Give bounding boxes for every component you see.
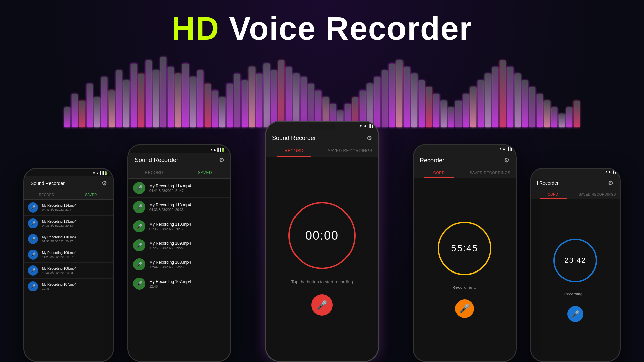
phone-right1-status-icons: ▼▲ ▐▐ <box>605 170 616 173</box>
recording-icon: 🎤 <box>28 250 38 260</box>
recording-item[interactable]: 🎤My Recording 109.mp411:25 3/28/2022, 19… <box>24 247 113 263</box>
recording-name: My Recording 110.mp4 <box>42 235 110 239</box>
phone-right2-header: Recorder ⚙ <box>414 153 516 167</box>
phone-center-record-main: 00:00 Tap the button to start recording … <box>266 157 378 361</box>
phone-right1-tab-record[interactable]: CORD <box>531 190 575 199</box>
recording-name: My Recording 109.mp4 <box>42 251 110 255</box>
r1-mic-icon: 🎤 <box>571 310 580 318</box>
battery-icon: ▐▐ <box>368 124 373 128</box>
phone-left1-title: Sound Recorder <box>31 181 65 186</box>
recording-item[interactable]: 🎤My Recording 114.mp404:41 3/28/2022, 21… <box>24 200 113 216</box>
eq-bar <box>72 94 78 127</box>
phone-left1: ▼▲▐▐🔋 Sound Recorder ⚙ RECORD SAVED 🎤My … <box>23 168 114 362</box>
wifi-icon: ▲ <box>364 124 367 128</box>
recording-item[interactable]: 🎤My Recording 107.mp412:46 <box>128 274 230 293</box>
phone-center: ▼ ▲ ▐▐ Sound Recorder ⚙ RECORD SAVED REC… <box>265 121 379 362</box>
phone-left1-gear-icon[interactable]: ⚙ <box>102 180 107 187</box>
phone-right1: ▼▲ ▐▐ l Recorder ⚙ CORD SAVED RECORDINGS… <box>530 168 621 362</box>
phone-left2-tab-record[interactable]: RECORD <box>128 167 179 178</box>
recording-info: My Recording 109.mp411:25 3/28/2022, 19:… <box>149 241 226 250</box>
phone-left1-tab-saved[interactable]: SAVED <box>69 190 113 199</box>
eq-bar <box>64 107 70 127</box>
phone-center-mic-button[interactable]: 🎤 <box>311 294 333 316</box>
phone-right2-mic-button[interactable]: 🎤 <box>455 299 474 318</box>
phone-right1-gear-icon[interactable]: ⚙ <box>608 179 613 187</box>
recording-icon: 🎤 <box>28 281 38 291</box>
recording-icon: 🎤 <box>28 218 38 228</box>
recording-icon: 🎤 <box>133 201 145 213</box>
phone-left1-header: Sound Recorder ⚙ <box>24 176 113 190</box>
phone-right2-screen: ▼▲ ▐▐ Recorder ⚙ CORD SAVED RECORDINGS 5… <box>414 145 516 361</box>
phone-left2-tabs: RECORD SAVED <box>128 167 230 179</box>
phone-left1-recording-list: 🎤My Recording 114.mp404:41 3/28/2022, 21… <box>24 200 113 361</box>
phones-container: ▼▲▐▐🔋 Sound Recorder ⚙ RECORD SAVED 🎤My … <box>87 77 557 362</box>
recording-info: My Recording 114.mp404:41 3/28/2022, 21:… <box>149 184 226 193</box>
recording-item[interactable]: 🎤My Recording 113.mp404:33 3/28/2022, 20… <box>24 216 113 231</box>
phone-right2: ▼▲ ▐▐ Recorder ⚙ CORD SAVED RECORDINGS 5… <box>413 144 517 362</box>
phone-left2-status-bar: ▼▲▐▐🔋 <box>128 145 230 153</box>
phone-right2-status-area: ▼▲ ▐▐ <box>414 145 516 153</box>
recording-item[interactable]: 🎤My Recording 114.mp404:41 3/28/2022, 21… <box>128 179 230 198</box>
phone-left2-title: Sound Recorder <box>135 157 178 164</box>
phone-right2-tab-record[interactable]: CORD <box>414 167 465 178</box>
recording-item[interactable]: 🎤My Recording 107.mp412:46 <box>24 279 113 294</box>
recording-info: My Recording 109.mp411:25 3/28/2022, 19:… <box>42 251 110 259</box>
phone-left2-recording-list: 🎤My Recording 114.mp404:41 3/28/2022, 21… <box>128 179 230 361</box>
phone-left1-tab-record[interactable]: RECORD <box>24 190 69 199</box>
r1-battery-icon: ▐▐ <box>612 170 616 173</box>
title-rest: Voice Recorder <box>219 10 472 46</box>
phone-right1-timer: 23:42 <box>564 256 586 265</box>
phone-left2-tab-saved[interactable]: SAVED <box>179 167 230 178</box>
recording-icon: 🎤 <box>133 258 145 270</box>
phone-right2-gear-icon[interactable]: ⚙ <box>504 157 509 164</box>
recording-item[interactable]: 🎤My Recording 110.mp401:35 3/28/2022, 20… <box>24 231 113 247</box>
status-icons: ▼▲▐▐🔋 <box>92 171 108 175</box>
eq-bar <box>559 114 565 127</box>
recording-name: My Recording 109.mp4 <box>149 241 226 246</box>
phone-center-tab-saved[interactable]: SAVED RECORDINGS <box>322 145 378 157</box>
recording-item[interactable]: 🎤My Recording 110.mp401:35 3/28/2022, 20… <box>128 217 230 236</box>
phone-center-tab-record[interactable]: RECORD <box>266 145 322 157</box>
recording-meta: 12:46 <box>42 287 110 290</box>
phone-right1-mic-button[interactable]: 🎤 <box>567 306 583 322</box>
phone-center-notch-area: ▼ ▲ ▐▐ <box>266 122 378 131</box>
recording-meta: 01:35 3/28/2022, 20:17 <box>149 227 226 231</box>
recording-info: My Recording 107.mp412:46 <box>149 279 226 288</box>
signal-icon: ▼ <box>359 124 363 128</box>
recording-meta: 12:44 3/28/2022, 13:23 <box>149 265 226 269</box>
recording-meta: 01:35 3/28/2022, 20:17 <box>42 240 110 243</box>
phone-right2-timer: 55:45 <box>451 243 478 254</box>
recording-meta: 11:25 3/28/2022, 19:27 <box>149 246 226 250</box>
phone-right2-title: Recorder <box>420 157 444 164</box>
recording-info: My Recording 110.mp401:35 3/28/2022, 20:… <box>42 235 110 243</box>
phone-left2-screen: ▼▲▐▐🔋 Sound Recorder ⚙ RECORD SAVED 🎤My … <box>128 145 230 361</box>
phone-right1-tabs: CORD SAVED RECORDINGS <box>531 190 620 199</box>
r1-signal-icon: ▼▲ <box>605 170 611 173</box>
recording-meta: 04:41 3/28/2022, 21:47 <box>42 208 110 212</box>
recording-item[interactable]: 🎤My Recording 108.mp412:44 3/28/2022, 13… <box>128 255 230 274</box>
recording-meta: 04:33 3/28/2022, 20:33 <box>149 208 226 212</box>
recording-meta: 04:41 3/28/2022, 21:47 <box>149 189 226 193</box>
phone-right1-tab-saved[interactable]: SAVED RECORDINGS <box>575 190 620 199</box>
recording-item[interactable]: 🎤My Recording 109.mp411:25 3/28/2022, 19… <box>128 236 230 255</box>
recording-name: My Recording 110.mp4 <box>149 222 226 227</box>
phone-right2-tab-saved[interactable]: SAVED RECORDINGS <box>465 167 516 178</box>
phone-left2-gear-icon[interactable]: ⚙ <box>219 156 224 164</box>
recording-item[interactable]: 🎤My Recording 108.mp412:44 3/28/2022, 13… <box>24 263 113 279</box>
phone-center-tabs: RECORD SAVED RECORDINGS <box>266 145 378 157</box>
eq-bar <box>574 101 580 127</box>
r2-battery-icon: ▐▐ <box>507 147 512 150</box>
phone-center-gear-icon[interactable]: ⚙ <box>367 134 372 142</box>
recording-name: My Recording 107.mp4 <box>149 279 226 284</box>
recording-icon: 🎤 <box>28 202 38 213</box>
recording-name: My Recording 113.mp4 <box>42 220 110 223</box>
phone-right2-record-main: 55:45 Recording... 🎤 <box>414 178 516 361</box>
recording-icon: 🎤 <box>133 182 145 194</box>
phone-right2-status-icons: ▼▲ ▐▐ <box>499 147 512 150</box>
phone-right2-timer-circle: 55:45 <box>438 222 491 275</box>
recording-name: My Recording 114.mp4 <box>42 204 110 207</box>
recording-name: My Recording 113.mp4 <box>149 203 226 207</box>
recording-item[interactable]: 🎤My Recording 113.mp404:33 3/28/2022, 20… <box>128 198 230 217</box>
phone-right1-timer-circle: 23:42 <box>553 239 597 282</box>
recording-name: My Recording 108.mp4 <box>42 267 110 270</box>
